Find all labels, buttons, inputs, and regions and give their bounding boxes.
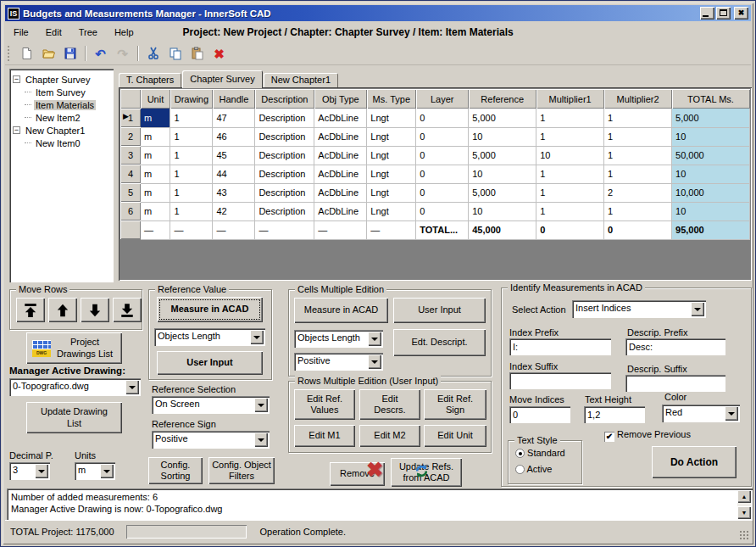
grid-cell[interactable]: 5,000 [672, 109, 750, 127]
move-row-to-top-button[interactable] [16, 298, 45, 322]
index-suffix-input[interactable] [509, 372, 611, 389]
grid-cell[interactable]: 47 [213, 109, 255, 127]
grid-cell[interactable]: Lngt [367, 202, 416, 220]
edit-unit-button[interactable]: Edit Unit [424, 425, 486, 447]
grid-cell[interactable]: 1 [536, 202, 604, 220]
scroll-up-icon[interactable]: ▲ [737, 490, 751, 503]
grid-cell[interactable]: 10 [672, 165, 750, 183]
grid-cell[interactable]: AcDbLine [314, 127, 367, 146]
select-action-combo[interactable]: Insert Indices [572, 300, 706, 318]
grid-cell[interactable]: 10 [536, 146, 604, 165]
column-header[interactable]: Multiplier1 [536, 89, 604, 109]
grid-cell[interactable]: 1 [170, 202, 213, 220]
grid-cell[interactable]: 42 [213, 202, 255, 220]
grid-cell[interactable]: 46 [213, 127, 255, 146]
grid-cell[interactable]: 1 [604, 127, 672, 146]
column-header[interactable]: Unit [141, 89, 170, 109]
delete-button[interactable]: ✖ [209, 44, 229, 64]
grid-cell[interactable]: Lngt [367, 146, 416, 165]
menu-file[interactable]: File [5, 25, 37, 39]
grid-cell[interactable]: 0 [416, 165, 469, 183]
remove-previous-checkbox[interactable]: ✔ Remove Previous [604, 429, 691, 442]
row-header[interactable]: 6 [120, 202, 141, 220]
grid-cell[interactable]: m [141, 109, 170, 127]
grid-cell[interactable]: 1 [604, 202, 672, 220]
tab-new-chapter1[interactable]: New Chapter1 [264, 73, 338, 88]
log-scrollbar[interactable]: ▲ ▼ [737, 490, 751, 519]
tab-chapter-survey[interactable]: Chapter Survey [182, 70, 262, 88]
tree-item-label[interactable]: Item Materials [34, 100, 96, 110]
move-indices-input[interactable] [509, 406, 570, 423]
tree-collapse-icon[interactable]: − [13, 75, 20, 83]
chevron-down-icon[interactable] [100, 464, 114, 478]
descrip-suffix-input[interactable] [625, 375, 725, 392]
tree-collapse-icon[interactable]: − [13, 126, 20, 134]
column-header[interactable]: Multiplier2 [604, 89, 672, 109]
save-button[interactable] [60, 44, 80, 64]
edit-descript-button[interactable]: Edt. Descript. [393, 329, 486, 356]
cells-measure-in-acad-button[interactable]: Measure in ACAD [294, 298, 388, 323]
tree-item-label[interactable]: New Item0 [34, 138, 82, 148]
grid-cell[interactable]: 1 [536, 127, 604, 146]
edit-ref-values-button[interactable]: Edit Ref. Values [294, 389, 355, 420]
update-refs-button[interactable]: Update Refs. from ACAD [391, 458, 462, 487]
user-input-button[interactable]: User Input [157, 351, 263, 375]
grid-cell[interactable]: Lngt [367, 127, 416, 146]
config-object-filters-button[interactable]: Config. Object Filters [208, 457, 275, 484]
grid-cell[interactable]: 10 [469, 127, 536, 146]
grid-cell[interactable]: m [141, 202, 170, 220]
measurements-grid[interactable]: Unit Drawing Handle Description Obj Type… [119, 87, 752, 281]
edit-ref-sign-button[interactable]: Edit Ref. Sign [424, 389, 486, 420]
cells-mode-combo[interactable]: Objects Length [294, 330, 383, 348]
descrip-prefix-input[interactable] [625, 338, 725, 355]
color-combo[interactable]: Red [662, 405, 740, 422]
tab-t-chapters[interactable]: T. Chapters [119, 73, 181, 88]
grid-cell[interactable]: TOTAL... [416, 220, 469, 239]
grid-cell[interactable]: 0 [604, 220, 672, 239]
grid-cell[interactable]: 1 [536, 183, 604, 202]
open-button[interactable] [38, 44, 58, 64]
grid-cell[interactable]: — [141, 220, 170, 239]
grid-cell[interactable]: — [314, 220, 367, 239]
grid-cell[interactable]: Description [255, 109, 314, 127]
remove-button[interactable]: Remove ✖ [330, 462, 385, 486]
grid-cell[interactable]: Description [255, 183, 314, 202]
minimize-button[interactable] [700, 7, 714, 20]
grid-cell[interactable]: 10 [469, 202, 536, 220]
grid-cell[interactable]: m [141, 183, 170, 202]
row-header[interactable]: 3 [120, 146, 141, 165]
title-bar[interactable]: IS Budgets and Measurements Manager - In… [5, 5, 751, 21]
grid-cell[interactable]: 5,000 [469, 109, 536, 127]
config-sorting-button[interactable]: Config. Sorting [148, 457, 203, 484]
grid-cell[interactable]: 1 [170, 127, 213, 146]
resize-grip[interactable] [739, 530, 749, 540]
grid-cell[interactable]: 43 [213, 183, 255, 202]
chevron-down-icon[interactable] [35, 464, 48, 478]
text-height-input[interactable] [584, 406, 645, 423]
grid-cell[interactable]: 45,000 [469, 220, 536, 239]
grid-cell[interactable]: 1 [604, 165, 672, 183]
scroll-down-icon[interactable]: ▼ [737, 506, 751, 519]
project-drawings-list-button[interactable]: DWG Project Drawings List [26, 332, 122, 364]
tree-view[interactable]: −Chapter SurveyItem SurveyItem Materials… [9, 69, 114, 282]
grid-cell[interactable]: — [367, 220, 416, 239]
chevron-down-icon[interactable] [250, 330, 264, 344]
active-drawing-combo[interactable]: 0-Topografico.dwg [9, 378, 141, 396]
grid-cell[interactable]: 1 [170, 165, 213, 183]
radio-unselected-icon[interactable] [515, 465, 525, 474]
grid-cell[interactable]: 5,000 [469, 183, 536, 202]
grid-cell[interactable]: — [170, 220, 213, 239]
menu-tree[interactable]: Tree [70, 25, 106, 39]
column-header[interactable]: Obj Type [314, 89, 367, 109]
chevron-down-icon[interactable] [725, 406, 738, 421]
grid-cell[interactable]: Lngt [367, 109, 416, 127]
move-row-up-button[interactable] [48, 298, 77, 322]
chevron-down-icon[interactable] [254, 433, 268, 447]
grid-cell[interactable]: 2 [604, 183, 672, 202]
grid-cell[interactable]: 10 [672, 202, 750, 220]
reference-mode-combo[interactable]: Objects Length [154, 328, 265, 346]
column-header[interactable]: Layer [416, 89, 469, 109]
row-header[interactable]: 2 [120, 127, 141, 146]
edit-m1-button[interactable]: Edit M1 [294, 425, 355, 447]
grid-cell[interactable]: 1 [604, 109, 672, 127]
